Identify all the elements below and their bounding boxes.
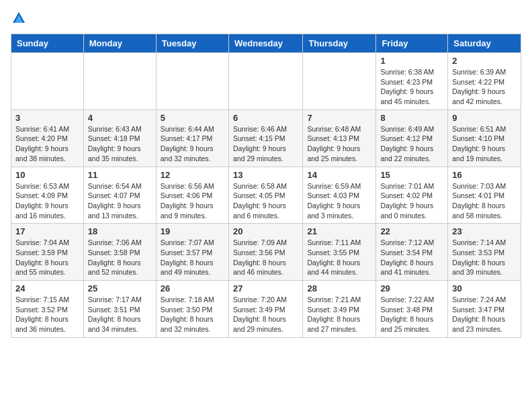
weekday-header: Wednesday [228,34,302,53]
calendar-week-row: 10Sunrise: 6:53 AMSunset: 4:09 PMDayligh… [11,167,521,224]
day-info: Sunrise: 7:15 AMSunset: 3:52 PMDaylight:… [15,295,79,334]
day-info: Sunrise: 6:46 AMSunset: 4:15 PMDaylight:… [233,124,298,164]
day-info: Sunrise: 6:48 AMSunset: 4:13 PMDaylight:… [307,124,371,164]
day-info: Sunrise: 7:17 AMSunset: 3:51 PMDaylight:… [88,295,152,334]
day-number: 17 [15,226,79,236]
calendar-cell: 10Sunrise: 6:53 AMSunset: 4:09 PMDayligh… [11,167,84,224]
day-number: 4 [88,113,152,123]
day-info: Sunrise: 7:07 AMSunset: 3:57 PMDaylight:… [161,238,224,277]
calendar-cell [303,53,376,110]
day-number: 30 [452,283,517,293]
day-info: Sunrise: 7:14 AMSunset: 3:53 PMDaylight:… [452,238,517,277]
day-number: 11 [88,170,152,180]
calendar-cell: 5Sunrise: 6:44 AMSunset: 4:17 PMDaylight… [156,109,228,167]
calendar-cell: 15Sunrise: 7:01 AMSunset: 4:02 PMDayligh… [376,167,448,224]
day-info: Sunrise: 7:24 AMSunset: 3:47 PMDaylight:… [452,295,517,334]
calendar-cell: 11Sunrise: 6:54 AMSunset: 4:07 PMDayligh… [83,167,156,224]
calendar-cell: 25Sunrise: 7:17 AMSunset: 3:51 PMDayligh… [83,281,156,338]
day-info: Sunrise: 6:58 AMSunset: 4:05 PMDaylight:… [233,181,298,221]
logo [11,11,28,26]
weekday-header: Sunday [11,34,84,53]
day-number: 20 [233,226,298,236]
day-info: Sunrise: 7:11 AMSunset: 3:55 PMDaylight:… [307,238,371,277]
day-info: Sunrise: 6:54 AMSunset: 4:07 PMDaylight:… [88,181,152,221]
day-info: Sunrise: 7:20 AMSunset: 3:49 PMDaylight:… [233,295,298,334]
day-number: 1 [380,56,443,66]
calendar-cell: 2Sunrise: 6:39 AMSunset: 4:22 PMDaylight… [448,53,521,110]
calendar-cell [83,53,156,110]
calendar-cell: 1Sunrise: 6:38 AMSunset: 4:23 PMDaylight… [376,53,448,110]
day-number: 23 [452,226,517,236]
calendar-cell: 3Sunrise: 6:41 AMSunset: 4:20 PMDaylight… [11,109,84,167]
calendar-cell: 9Sunrise: 6:51 AMSunset: 4:10 PMDaylight… [448,109,521,167]
day-number: 2 [452,56,517,66]
day-number: 21 [307,226,371,236]
day-info: Sunrise: 6:49 AMSunset: 4:12 PMDaylight:… [380,124,443,164]
logo-icon [11,11,26,26]
calendar-cell: 8Sunrise: 6:49 AMSunset: 4:12 PMDaylight… [376,109,448,167]
day-number: 5 [161,113,224,123]
day-info: Sunrise: 7:18 AMSunset: 3:50 PMDaylight:… [161,295,224,334]
day-info: Sunrise: 6:51 AMSunset: 4:10 PMDaylight:… [452,124,517,164]
day-number: 28 [307,283,371,293]
day-info: Sunrise: 6:44 AMSunset: 4:17 PMDaylight:… [161,124,224,164]
calendar-cell: 30Sunrise: 7:24 AMSunset: 3:47 PMDayligh… [448,281,521,338]
calendar-cell: 6Sunrise: 6:46 AMSunset: 4:15 PMDaylight… [228,109,302,167]
day-info: Sunrise: 7:22 AMSunset: 3:48 PMDaylight:… [380,295,443,334]
calendar-cell: 22Sunrise: 7:12 AMSunset: 3:54 PMDayligh… [376,224,448,281]
calendar-cell: 20Sunrise: 7:09 AMSunset: 3:56 PMDayligh… [228,224,302,281]
calendar-cell: 19Sunrise: 7:07 AMSunset: 3:57 PMDayligh… [156,224,228,281]
calendar-cell [228,53,302,110]
calendar-cell: 7Sunrise: 6:48 AMSunset: 4:13 PMDaylight… [303,109,376,167]
weekday-header: Saturday [448,34,521,53]
day-number: 19 [161,226,224,236]
calendar: SundayMondayTuesdayWednesdayThursdayFrid… [11,34,521,338]
day-number: 6 [233,113,298,123]
day-number: 29 [380,283,443,293]
calendar-cell: 21Sunrise: 7:11 AMSunset: 3:55 PMDayligh… [303,224,376,281]
day-number: 18 [88,226,152,236]
calendar-cell [11,53,84,110]
day-number: 22 [380,226,443,236]
day-info: Sunrise: 6:59 AMSunset: 4:03 PMDaylight:… [307,181,371,221]
day-info: Sunrise: 7:06 AMSunset: 3:58 PMDaylight:… [88,238,152,277]
day-info: Sunrise: 6:39 AMSunset: 4:22 PMDaylight:… [452,67,517,107]
weekday-header: Monday [83,34,156,53]
day-number: 26 [161,283,224,293]
day-number: 7 [307,113,371,123]
day-number: 25 [88,283,152,293]
calendar-cell: 4Sunrise: 6:43 AMSunset: 4:18 PMDaylight… [83,109,156,167]
day-number: 14 [307,170,371,180]
day-number: 3 [15,113,79,123]
day-info: Sunrise: 7:09 AMSunset: 3:56 PMDaylight:… [233,238,298,277]
day-number: 13 [233,170,298,180]
calendar-cell: 12Sunrise: 6:56 AMSunset: 4:06 PMDayligh… [156,167,228,224]
calendar-cell: 29Sunrise: 7:22 AMSunset: 3:48 PMDayligh… [376,281,448,338]
day-number: 15 [380,170,443,180]
calendar-cell: 16Sunrise: 7:03 AMSunset: 4:01 PMDayligh… [448,167,521,224]
day-number: 8 [380,113,443,123]
day-info: Sunrise: 6:53 AMSunset: 4:09 PMDaylight:… [15,181,79,221]
day-number: 27 [233,283,298,293]
calendar-cell: 26Sunrise: 7:18 AMSunset: 3:50 PMDayligh… [156,281,228,338]
day-number: 24 [15,283,79,293]
calendar-cell: 28Sunrise: 7:21 AMSunset: 3:49 PMDayligh… [303,281,376,338]
day-info: Sunrise: 7:21 AMSunset: 3:49 PMDaylight:… [307,295,371,334]
weekday-header: Friday [376,34,448,53]
calendar-cell: 23Sunrise: 7:14 AMSunset: 3:53 PMDayligh… [448,224,521,281]
calendar-cell: 27Sunrise: 7:20 AMSunset: 3:49 PMDayligh… [228,281,302,338]
calendar-cell: 24Sunrise: 7:15 AMSunset: 3:52 PMDayligh… [11,281,84,338]
calendar-cell: 18Sunrise: 7:06 AMSunset: 3:58 PMDayligh… [83,224,156,281]
day-info: Sunrise: 7:12 AMSunset: 3:54 PMDaylight:… [380,238,443,277]
calendar-header-row: SundayMondayTuesdayWednesdayThursdayFrid… [11,34,521,53]
calendar-cell: 13Sunrise: 6:58 AMSunset: 4:05 PMDayligh… [228,167,302,224]
day-number: 12 [161,170,224,180]
weekday-header: Thursday [303,34,376,53]
day-info: Sunrise: 6:41 AMSunset: 4:20 PMDaylight:… [15,124,79,164]
calendar-week-row: 1Sunrise: 6:38 AMSunset: 4:23 PMDaylight… [11,53,521,110]
calendar-week-row: 17Sunrise: 7:04 AMSunset: 3:59 PMDayligh… [11,224,521,281]
calendar-cell [156,53,228,110]
day-info: Sunrise: 6:56 AMSunset: 4:06 PMDaylight:… [161,181,224,221]
weekday-header: Tuesday [156,34,228,53]
calendar-cell: 14Sunrise: 6:59 AMSunset: 4:03 PMDayligh… [303,167,376,224]
